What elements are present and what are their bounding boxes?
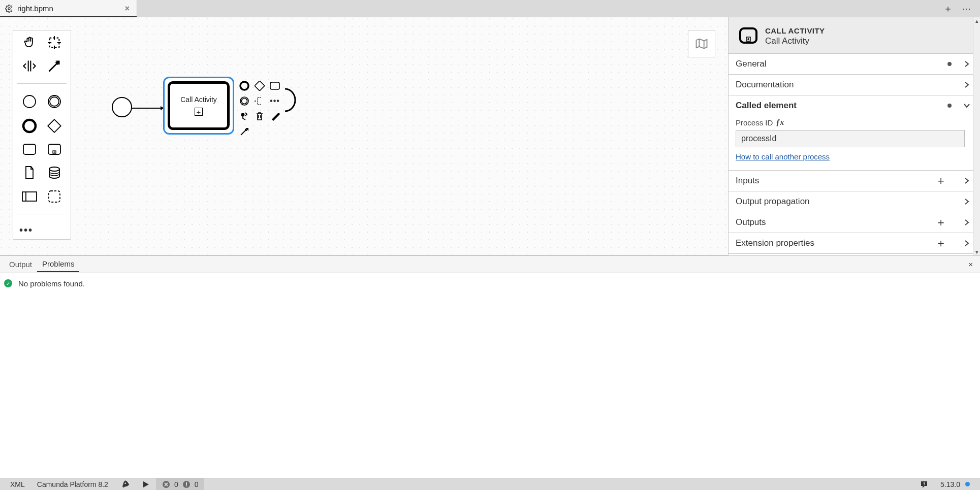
change-element[interactable] bbox=[238, 110, 251, 123]
help-link[interactable]: How to call another process bbox=[736, 152, 830, 161]
chevron-right-icon bbox=[963, 60, 971, 68]
create-task[interactable] bbox=[22, 143, 37, 156]
group-inputs[interactable]: Inputs ＋ bbox=[729, 171, 980, 191]
create-end-event[interactable] bbox=[22, 118, 37, 134]
problems-tab[interactable]: Problems bbox=[37, 256, 79, 272]
append-gateway[interactable] bbox=[253, 79, 266, 92]
svg-rect-37 bbox=[186, 485, 187, 486]
add-input-button[interactable]: ＋ bbox=[935, 173, 946, 188]
linting-status[interactable]: 0 0 bbox=[156, 478, 205, 490]
element-name: Call Activity bbox=[765, 36, 825, 46]
version-label[interactable]: 5.13.0 bbox=[934, 478, 976, 490]
start-event-shape[interactable] bbox=[112, 97, 132, 117]
has-data-indicator-icon bbox=[947, 62, 952, 66]
chevron-down-icon bbox=[963, 103, 971, 108]
chevron-right-icon bbox=[963, 219, 971, 226]
tab-bar: right.bpmn × ＋ ⋯ bbox=[0, 0, 980, 17]
group-called-element[interactable]: Called element bbox=[729, 95, 980, 116]
connect-sequence[interactable] bbox=[238, 125, 251, 138]
group-documentation[interactable]: Documentation bbox=[729, 75, 980, 95]
properties-header: CALL ACTIVITY Call Activity bbox=[729, 17, 980, 54]
svg-rect-38 bbox=[924, 482, 925, 484]
group-general[interactable]: General bbox=[729, 54, 980, 74]
connect-arc[interactable] bbox=[283, 94, 297, 108]
bottom-panel-tabs: Output Problems × bbox=[0, 256, 980, 273]
svg-rect-39 bbox=[924, 484, 925, 485]
set-color[interactable] bbox=[268, 110, 281, 123]
start-instance-button[interactable] bbox=[136, 478, 156, 490]
status-bar: XML Camunda Platform 8.2 0 0 5.13.0 bbox=[0, 478, 980, 490]
space-tool[interactable] bbox=[22, 59, 37, 73]
sequence-flow[interactable] bbox=[132, 106, 164, 108]
update-available-icon bbox=[965, 482, 970, 486]
chevron-right-icon bbox=[963, 240, 971, 247]
success-check-icon: ✓ bbox=[4, 279, 12, 287]
editor-tab[interactable]: right.bpmn × bbox=[0, 0, 137, 17]
delete-element[interactable] bbox=[253, 110, 266, 123]
expand-marker-icon bbox=[195, 108, 203, 116]
context-more[interactable]: ••• bbox=[268, 94, 281, 108]
append-text-annotation[interactable] bbox=[253, 94, 266, 108]
append-intermediate-event[interactable] bbox=[238, 94, 251, 108]
process-id-input[interactable] bbox=[736, 130, 965, 147]
create-gateway[interactable] bbox=[47, 118, 62, 134]
process-id-label: Process ID ƒx bbox=[736, 118, 965, 127]
add-extension-button[interactable]: ＋ bbox=[935, 236, 946, 251]
create-data-object[interactable] bbox=[23, 165, 36, 180]
svg-point-23 bbox=[240, 82, 248, 90]
output-tab[interactable]: Output bbox=[4, 257, 37, 272]
platform-selector[interactable]: Camunda Platform 8.2 bbox=[31, 478, 114, 490]
svg-rect-13 bbox=[23, 144, 36, 154]
called-element-body: Process ID ƒx How to call another proces… bbox=[729, 116, 980, 170]
add-output-button[interactable]: ＋ bbox=[935, 215, 946, 230]
problems-content: ✓ No problems found. bbox=[0, 273, 980, 478]
feedback-button[interactable] bbox=[914, 478, 934, 490]
chevron-right-icon bbox=[963, 81, 971, 88]
append-task[interactable] bbox=[268, 79, 281, 92]
global-connect-tool[interactable] bbox=[47, 59, 61, 73]
svg-rect-19 bbox=[22, 192, 37, 201]
feel-icon: ƒx bbox=[776, 118, 784, 127]
xml-toggle[interactable]: XML bbox=[4, 478, 31, 490]
close-bottom-panel-button[interactable]: × bbox=[965, 260, 976, 269]
chevron-right-icon bbox=[963, 177, 971, 184]
append-end-event[interactable] bbox=[238, 79, 251, 92]
diagram-canvas[interactable]: ••• Call Activity bbox=[0, 17, 728, 255]
gear-icon bbox=[5, 5, 13, 13]
palette-more-button[interactable]: ••• bbox=[17, 224, 33, 236]
svg-point-0 bbox=[8, 8, 10, 10]
group-output-propagation[interactable]: Output propagation bbox=[729, 191, 980, 212]
create-participant[interactable] bbox=[21, 190, 38, 203]
lasso-tool[interactable] bbox=[47, 36, 61, 50]
group-outputs[interactable]: Outputs ＋ bbox=[729, 212, 980, 233]
call-activity-shape[interactable]: Call Activity bbox=[163, 77, 234, 135]
toggle-minimap-button[interactable] bbox=[688, 30, 715, 57]
context-pad: ••• bbox=[238, 79, 299, 138]
create-subprocess[interactable] bbox=[47, 143, 62, 156]
svg-point-8 bbox=[23, 95, 36, 108]
scroll-up-icon[interactable]: ▴ bbox=[975, 17, 978, 24]
tab-close-button[interactable]: × bbox=[125, 4, 130, 13]
properties-scrollbar[interactable]: ▴ ▾ bbox=[973, 17, 980, 255]
scroll-down-icon[interactable]: ▾ bbox=[975, 248, 978, 255]
create-start-event[interactable] bbox=[22, 94, 37, 109]
svg-point-27 bbox=[242, 99, 247, 104]
create-data-store[interactable] bbox=[47, 166, 61, 180]
new-tab-button[interactable]: ＋ bbox=[943, 4, 953, 13]
svg-point-29 bbox=[242, 114, 244, 116]
element-type-label: CALL ACTIVITY bbox=[765, 26, 825, 35]
svg-rect-24 bbox=[255, 81, 265, 91]
tab-filename: right.bpmn bbox=[17, 4, 121, 13]
create-group[interactable] bbox=[47, 189, 61, 204]
svg-rect-36 bbox=[186, 482, 187, 485]
tool-palette: ••• bbox=[13, 30, 71, 240]
svg-rect-25 bbox=[270, 82, 279, 89]
tab-menu-button[interactable]: ⋯ bbox=[962, 4, 971, 13]
group-extension-properties[interactable]: Extension properties ＋ bbox=[729, 233, 980, 253]
deploy-button[interactable] bbox=[114, 478, 136, 490]
svg-point-10 bbox=[50, 97, 59, 106]
hand-tool[interactable] bbox=[22, 36, 37, 50]
svg-rect-30 bbox=[740, 28, 756, 43]
create-intermediate-event[interactable] bbox=[47, 94, 62, 109]
call-activity-icon bbox=[739, 27, 758, 46]
